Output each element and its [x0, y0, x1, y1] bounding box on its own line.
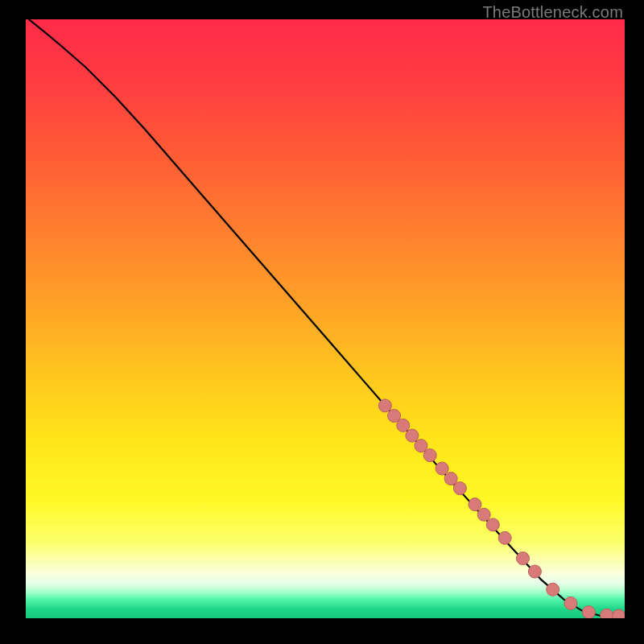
data-point-marker: [436, 462, 448, 475]
data-point-marker: [423, 449, 436, 462]
data-point-marker: [444, 473, 457, 485]
plot-area: [26, 19, 625, 618]
data-point-marker: [477, 508, 490, 521]
data-point-marker: [397, 419, 410, 431]
marker-group: [378, 399, 625, 618]
data-point-marker: [517, 552, 530, 565]
data-point-marker: [486, 518, 499, 531]
data-point-marker: [378, 399, 391, 412]
data-point-marker: [582, 606, 595, 618]
chart-frame: TheBottleneck.com: [0, 0, 644, 644]
chart-svg: [26, 19, 625, 618]
data-point-marker: [547, 583, 559, 596]
data-point-marker: [453, 482, 466, 495]
data-point-marker: [613, 609, 625, 618]
data-point-marker: [528, 565, 541, 578]
watermark-text: TheBottleneck.com: [482, 3, 623, 22]
data-point-marker: [498, 531, 511, 544]
data-point-marker: [469, 498, 481, 511]
curve-line: [29, 19, 622, 617]
data-point-marker: [564, 597, 577, 609]
data-point-marker: [601, 609, 613, 618]
data-point-marker: [406, 429, 419, 442]
